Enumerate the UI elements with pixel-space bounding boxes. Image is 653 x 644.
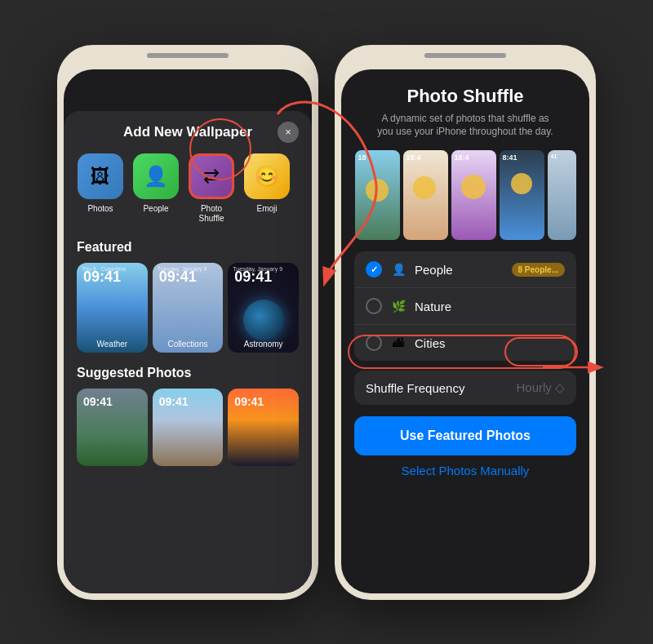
people-option-label: People <box>415 263 504 277</box>
photo-shuffle-label: PhotoShuffle <box>199 204 224 224</box>
photo-shuffle-subtitle: A dynamic set of photos that shuffle asy… <box>354 112 576 140</box>
featured-grid: Thu 8 · Cupertino 09:41 Weather Tuesday,… <box>77 263 299 353</box>
use-featured-photos-button[interactable]: Use Featured Photos <box>354 416 576 455</box>
modal-title-row: Add New Wallpaper × <box>77 124 299 140</box>
people-icon: 👤 <box>133 153 179 199</box>
select-photos-manually-link[interactable]: Select Photos Manually <box>354 464 576 477</box>
photos-label: Photos <box>87 204 113 214</box>
wallpaper-option-photos[interactable]: 🖼 Photos <box>77 153 124 224</box>
cities-radio[interactable] <box>366 335 382 351</box>
photo-shuffle-content: Photo Shuffle A dynamic set of photos th… <box>341 69 589 593</box>
photo-category-options: 👤 People 8 People... 🌿 Nature 🏙 Cities <box>354 251 576 361</box>
photo-shuffle-title: Photo Shuffle <box>354 86 576 107</box>
mountains-card-time: 09:41 <box>83 395 113 408</box>
people-count-badge: 8 People... <box>512 263 565 277</box>
astronomy-card-name: Astronomy <box>228 340 299 349</box>
shuffle-frequency-label: Shuffle Frequency <box>366 381 464 395</box>
astronomy-card-time: 09:41 <box>234 269 272 284</box>
left-phone-screen: Add New Wallpaper × 🖼 Photos 👤 People ⇄ … <box>64 69 312 593</box>
weather-card-time: 09:41 <box>83 269 121 284</box>
sunset-card-time: 09:41 <box>234 395 264 408</box>
phone-right: Photo Shuffle A dynamic set of photos th… <box>335 45 596 600</box>
weather-card-name: Weather <box>77 340 148 349</box>
suggested-card-mountains[interactable]: 09:41 <box>77 389 148 466</box>
wallpaper-options-row: 🖼 Photos 👤 People ⇄ PhotoShuffle 😊 Emoji <box>77 153 299 224</box>
right-phone-notch <box>424 53 506 58</box>
city-card-time: 09:41 <box>159 395 189 408</box>
face-blur-3 <box>461 175 486 199</box>
collections-card-name: Collections <box>153 340 224 349</box>
nature-radio[interactable] <box>366 298 382 314</box>
featured-section-label: Featured <box>77 240 299 255</box>
option-people[interactable]: 👤 People 8 People... <box>354 251 576 287</box>
collections-card-time: 09:41 <box>159 269 197 284</box>
wallpaper-option-shuffle[interactable]: ⇄ PhotoShuffle <box>188 153 235 224</box>
wallpaper-option-emoji[interactable]: 😊 Emoji <box>243 153 291 224</box>
photo-thumb-3: 18:4 <box>451 150 496 240</box>
shuffle-frequency-row[interactable]: Shuffle Frequency Hourly ◇ <box>354 371 576 405</box>
face-blur-1 <box>366 179 389 202</box>
modal-close-button[interactable]: × <box>278 122 299 143</box>
nature-option-icon: 🌿 <box>390 300 406 313</box>
people-radio[interactable] <box>366 261 382 278</box>
cities-option-icon: 🏙 <box>390 336 406 349</box>
photo-thumb-2: 18:4 <box>403 150 448 240</box>
photo-thumb-1: 18 <box>355 150 400 240</box>
left-phone-notch <box>147 53 229 58</box>
featured-card-collections[interactable]: Tuesday, January 9 09:41 Collections <box>153 263 224 353</box>
add-wallpaper-modal: Add New Wallpaper × 🖼 Photos 👤 People ⇄ … <box>64 111 312 593</box>
photo-thumb-4: 8:41 <box>500 150 544 240</box>
suggested-grid: 09:41 09:41 09:41 <box>77 389 299 466</box>
suggested-section-label: Suggested Photos <box>77 366 299 380</box>
people-label: People <box>143 204 168 214</box>
suggested-card-sunset[interactable]: 09:41 <box>228 389 299 466</box>
photos-icon: 🖼 <box>78 153 123 199</box>
photo-strip: 18 18:4 18:4 8:41 <box>354 150 576 240</box>
photo-thumb-5: 41 <box>548 150 576 240</box>
face-blur-2 <box>413 176 436 199</box>
phone-left: Add New Wallpaper × 🖼 Photos 👤 People ⇄ … <box>57 45 318 600</box>
modal-title: Add New Wallpaper <box>123 124 252 140</box>
scene: Add New Wallpaper × 🖼 Photos 👤 People ⇄ … <box>0 0 653 644</box>
face-blur-4 <box>511 173 532 194</box>
cities-option-label: Cities <box>415 336 565 350</box>
people-option-icon: 👤 <box>390 263 406 276</box>
featured-card-weather[interactable]: Thu 8 · Cupertino 09:41 Weather <box>77 263 148 353</box>
right-phone-screen: Photo Shuffle A dynamic set of photos th… <box>341 69 589 593</box>
suggested-card-city[interactable]: 09:41 <box>153 389 224 466</box>
photo-shuffle-icon: ⇄ <box>189 153 234 199</box>
earth-visual <box>243 300 284 340</box>
emoji-icon: 😊 <box>244 153 290 199</box>
featured-card-astronomy[interactable]: Tuesday, January 9 09:41 Astronomy <box>228 263 299 353</box>
shuffle-frequency-value: Hourly ◇ <box>516 380 565 395</box>
nature-option-label: Nature <box>415 300 565 313</box>
option-cities[interactable]: 🏙 Cities <box>354 324 576 361</box>
option-nature[interactable]: 🌿 Nature <box>354 287 576 324</box>
wallpaper-option-people[interactable]: 👤 People <box>132 153 180 224</box>
emoji-label: Emoji <box>256 204 277 214</box>
